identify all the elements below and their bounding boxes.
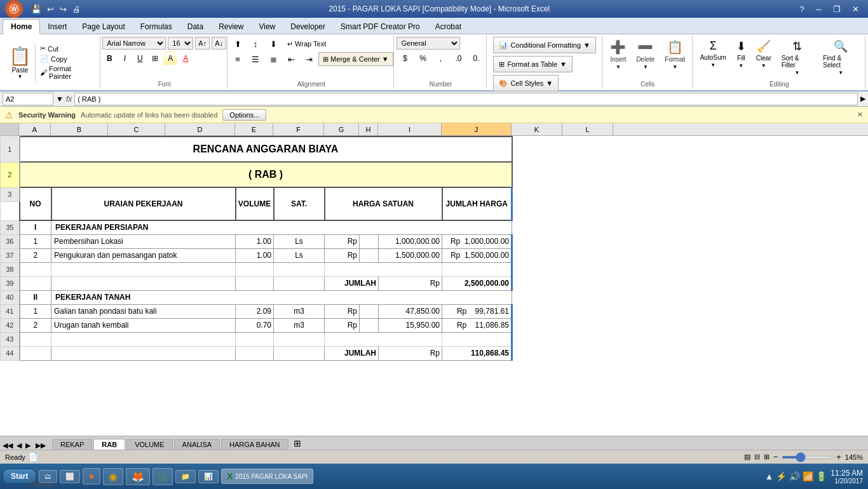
cell-44-jumlah-label[interactable]: JUMLAH (325, 346, 379, 360)
speaker-icon[interactable]: 🔊 (789, 471, 800, 481)
col-header-J[interactable]: J (442, 123, 512, 135)
cell-36-vol[interactable]: 1.00 (236, 234, 274, 248)
tab-formulas[interactable]: Formulas (133, 20, 180, 34)
save-qa-btn[interactable]: 💾 (29, 3, 43, 15)
cell-43-E[interactable] (236, 332, 274, 346)
tab-review[interactable]: Review (211, 20, 251, 34)
cell-43-A[interactable] (20, 332, 51, 346)
font-size-select[interactable]: 16 (168, 37, 193, 50)
comma-btn[interactable]: , (432, 51, 449, 65)
cell-42-jval[interactable]: Rp 11,086.85 (442, 318, 512, 332)
cell-40-A[interactable]: II (20, 290, 51, 304)
cell-38-GHI[interactable] (325, 262, 442, 276)
page-break-view-btn[interactable]: ⊞ (764, 453, 770, 461)
cell-37-vol[interactable]: 1.00 (236, 248, 274, 262)
format-cells-btn[interactable]: 📋 Format ▼ (661, 37, 689, 79)
cell-36-jval[interactable]: Rp 1,000,000.00 (442, 234, 512, 248)
cell-44-F[interactable] (274, 346, 325, 360)
fill-color-button[interactable]: A (163, 51, 177, 65)
sheet-tab-volume[interactable]: VOLUME (126, 439, 172, 450)
italic-button[interactable]: I (118, 51, 132, 65)
cell-39-F[interactable] (274, 276, 325, 290)
cell-styles-btn[interactable]: 🎨Cell Styles▼ (493, 75, 559, 91)
cell-41-vol[interactable]: 2.09 (236, 304, 274, 318)
align-left-btn[interactable]: ≡ (229, 52, 246, 66)
find-select-btn[interactable]: 🔍 Find & Select ▼ (819, 37, 862, 79)
cell-39-jrp[interactable]: Rp (379, 276, 442, 290)
cell-40-uraian[interactable]: PEKERJAAN TANAH (51, 290, 512, 304)
taskbar-app-3[interactable]: ● (83, 468, 100, 485)
merge-center-button[interactable]: ⊞Merge & Center▼ (318, 52, 393, 66)
cell-39-E[interactable] (236, 276, 274, 290)
format-painter-button[interactable]: 🖌Format Painter (38, 64, 95, 81)
cell-reference-box[interactable] (3, 93, 53, 105)
col-header-E[interactable]: E (235, 123, 273, 135)
decrease-decimal-btn[interactable]: 0. (468, 51, 484, 65)
currency-btn[interactable]: $ (397, 51, 413, 65)
clear-btn[interactable]: 🧹 Clear ▼ (752, 37, 775, 79)
tab-home[interactable]: Home (3, 19, 40, 34)
wrap-text-button[interactable]: ↵Wrap Text (283, 37, 330, 51)
tab-smart-pdf[interactable]: Smart PDF Creator Pro (333, 20, 428, 34)
cell-38-E[interactable] (236, 262, 274, 276)
col-header-G[interactable]: G (324, 123, 359, 135)
cell-44-jrp[interactable]: Rp (379, 346, 442, 360)
sort-filter-btn[interactable]: ⇅ Sort & Filter ▼ (778, 37, 817, 79)
formula-bar-scroll[interactable]: ▶ (860, 95, 865, 103)
bold-button[interactable]: B (102, 51, 116, 65)
sheet-tab-harga-bahan[interactable]: HARGA BAHAN (221, 439, 288, 450)
battery-icon[interactable]: 🔋 (816, 471, 827, 481)
fill-btn[interactable]: ⬇ Fill ▼ (733, 37, 750, 79)
cell-37-no[interactable]: 2 (20, 248, 51, 262)
insert-cells-btn[interactable]: ➕ Insert ▼ (606, 37, 630, 79)
taskbar-app-8[interactable]: 📊 (198, 470, 219, 483)
sheet-tab-scroll-right[interactable]: ▶▶ (36, 441, 46, 450)
formula-bar-expand[interactable]: ▼ (56, 95, 64, 104)
tab-data[interactable]: Data (180, 20, 211, 34)
percent-btn[interactable]: % (414, 51, 431, 65)
cell-37-hval[interactable]: 1,500,000.00 (379, 248, 442, 262)
page-layout-view-btn[interactable]: ⊟ (754, 453, 760, 461)
number-format-select[interactable]: General (397, 37, 460, 50)
formula-input[interactable] (74, 93, 858, 105)
sheet-tab-scroll-prev[interactable]: ◀ (17, 441, 22, 450)
col-header-A[interactable]: A (19, 123, 51, 135)
add-sheet-btn[interactable]: ⊞ (290, 437, 305, 450)
cell-43-GHI[interactable] (325, 332, 442, 346)
cell-44-BCD[interactable] (51, 346, 236, 360)
tab-acrobat[interactable]: Acrobat (428, 20, 469, 34)
taskbar-app-5[interactable]: 🦊 (126, 468, 150, 485)
tab-developer[interactable]: Developer (283, 20, 333, 34)
border-button[interactable]: ⊞ (148, 51, 162, 65)
cell-39-jumlah-label[interactable]: JUMLAH (325, 276, 379, 290)
col-header-F[interactable]: F (273, 123, 324, 135)
sheet-scroll-area[interactable]: 1 RENCANA ANGGARAN BIAYA 2 ( RAB ) 3 NO … (0, 136, 868, 436)
zoom-out-btn[interactable]: − (773, 452, 778, 462)
taskbar-app-4[interactable]: ◉ (103, 468, 123, 485)
sheet-tab-scroll-next[interactable]: ▶ (25, 441, 31, 450)
taskbar-app-7[interactable]: 📁 (175, 470, 196, 483)
restore-btn[interactable]: ❐ (829, 4, 844, 14)
cell-36-uraian[interactable]: Pembersihan Lokasi (51, 234, 236, 248)
cell-44-E[interactable] (236, 346, 274, 360)
cell-35-uraian[interactable]: PEKERJAAN PERSIAPAN (51, 220, 512, 234)
security-close-icon[interactable]: ✕ (857, 111, 863, 119)
normal-view-btn[interactable]: ▤ (744, 453, 750, 461)
cell-42-hrp[interactable]: Rp (325, 318, 360, 332)
network-icon[interactable]: 📶 (803, 471, 813, 481)
align-right-btn[interactable]: ≣ (265, 52, 281, 66)
office-button[interactable]: W (5, 0, 23, 18)
cell-36-hrp[interactable]: Rp (325, 234, 360, 248)
conditional-formatting-btn[interactable]: 📊Conditional Formatting▼ (493, 37, 596, 53)
font-color-button[interactable]: A (179, 51, 193, 65)
security-options-button[interactable]: Options... (222, 109, 266, 121)
zoom-slider[interactable] (782, 456, 832, 459)
cell-35-A[interactable]: I (20, 220, 51, 234)
cell-42-no[interactable]: 2 (20, 318, 51, 332)
cell-36-no[interactable]: 1 (20, 234, 51, 248)
redo-qa-btn[interactable]: ↪ (58, 3, 69, 15)
cell-38-F[interactable] (274, 262, 325, 276)
close-btn[interactable]: ✕ (848, 4, 863, 14)
sheet-tab-rab[interactable]: RAB (93, 439, 125, 450)
time-display[interactable]: 11:25 AM 1/20/2017 (831, 469, 863, 485)
